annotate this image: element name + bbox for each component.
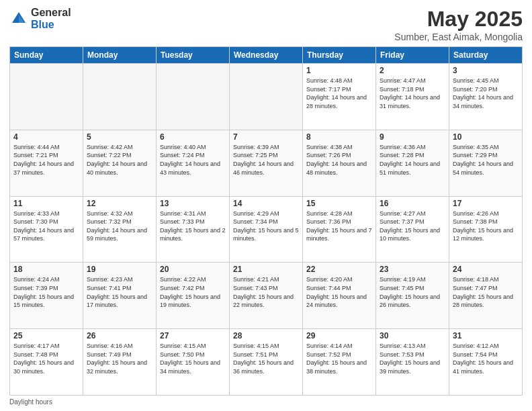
col-header-friday: Friday (376, 47, 449, 64)
week-row-4: 25Sunrise: 4:17 AMSunset: 7:48 PMDayligh… (10, 329, 523, 396)
col-header-monday: Monday (83, 47, 157, 64)
week-row-1: 4Sunrise: 4:44 AMSunset: 7:21 PMDaylight… (10, 130, 523, 196)
day-number: 19 (87, 265, 152, 274)
day-number: 17 (453, 199, 519, 208)
day-info: Sunrise: 4:24 AMSunset: 7:39 PMDaylight:… (13, 275, 79, 309)
day-info: Sunrise: 4:17 AMSunset: 7:48 PMDaylight:… (13, 342, 79, 375)
day-info: Sunrise: 4:45 AMSunset: 7:20 PMDaylight:… (453, 77, 519, 110)
day-number: 13 (160, 199, 226, 208)
week-row-0: 1Sunrise: 4:48 AMSunset: 7:17 PMDaylight… (10, 64, 523, 130)
calendar-cell-4-6: 31Sunrise: 4:12 AMSunset: 7:54 PMDayligh… (449, 329, 523, 396)
calendar-cell-4-5: 30Sunrise: 4:13 AMSunset: 7:53 PMDayligh… (376, 329, 449, 396)
col-header-saturday: Saturday (449, 47, 523, 64)
calendar-cell-0-3 (230, 64, 303, 130)
calendar-cell-2-4: 15Sunrise: 4:28 AMSunset: 7:36 PMDayligh… (303, 196, 376, 263)
day-info: Sunrise: 4:40 AMSunset: 7:24 PMDaylight:… (160, 143, 226, 177)
day-number: 27 (160, 331, 226, 340)
logo: General Blue (9, 7, 71, 30)
day-number: 18 (13, 265, 79, 274)
calendar-cell-4-0: 25Sunrise: 4:17 AMSunset: 7:48 PMDayligh… (10, 329, 83, 396)
day-number: 16 (380, 199, 445, 208)
day-info: Sunrise: 4:13 AMSunset: 7:53 PMDaylight:… (380, 342, 445, 375)
calendar-body: 1Sunrise: 4:48 AMSunset: 7:17 PMDaylight… (10, 64, 523, 396)
calendar-cell-0-0 (10, 64, 83, 130)
header: General Blue May 2025 Sumber, East Aimak… (9, 7, 523, 42)
day-info: Sunrise: 4:18 AMSunset: 7:47 PMDaylight:… (453, 275, 519, 309)
calendar-cell-3-2: 20Sunrise: 4:22 AMSunset: 7:42 PMDayligh… (157, 263, 230, 329)
day-number: 5 (87, 132, 152, 142)
day-number: 7 (233, 132, 299, 142)
day-info: Sunrise: 4:15 AMSunset: 7:50 PMDaylight:… (160, 342, 226, 375)
day-info: Sunrise: 4:42 AMSunset: 7:22 PMDaylight:… (87, 143, 152, 177)
logo-blue-text: Blue (31, 19, 71, 31)
calendar-header: SundayMondayTuesdayWednesdayThursdayFrid… (10, 47, 523, 64)
day-number: 20 (160, 265, 226, 274)
day-number: 28 (233, 331, 299, 340)
day-number: 14 (233, 199, 299, 208)
day-number: 6 (160, 132, 226, 142)
calendar-cell-1-3: 7Sunrise: 4:39 AMSunset: 7:25 PMDaylight… (230, 130, 303, 196)
footer-text: Daylight hours (9, 398, 52, 406)
day-info: Sunrise: 4:23 AMSunset: 7:41 PMDaylight:… (87, 275, 152, 309)
location: Sumber, East Aimak, Mongolia (394, 32, 523, 42)
calendar-cell-2-6: 17Sunrise: 4:26 AMSunset: 7:38 PMDayligh… (449, 196, 523, 263)
calendar-cell-1-2: 6Sunrise: 4:40 AMSunset: 7:24 PMDaylight… (157, 130, 230, 196)
logo-text: General Blue (31, 7, 71, 30)
day-info: Sunrise: 4:15 AMSunset: 7:51 PMDaylight:… (233, 342, 299, 375)
day-info: Sunrise: 4:22 AMSunset: 7:42 PMDaylight:… (160, 275, 226, 309)
day-info: Sunrise: 4:33 AMSunset: 7:30 PMDaylight:… (13, 210, 79, 243)
day-info: Sunrise: 4:35 AMSunset: 7:29 PMDaylight:… (453, 143, 519, 177)
col-header-thursday: Thursday (303, 47, 376, 64)
calendar-cell-3-6: 24Sunrise: 4:18 AMSunset: 7:47 PMDayligh… (449, 263, 523, 329)
day-number: 31 (453, 331, 519, 340)
day-number: 21 (233, 265, 299, 274)
col-header-tuesday: Tuesday (157, 47, 230, 64)
calendar-cell-1-4: 8Sunrise: 4:38 AMSunset: 7:26 PMDaylight… (303, 130, 376, 196)
calendar-cell-4-3: 28Sunrise: 4:15 AMSunset: 7:51 PMDayligh… (230, 329, 303, 396)
day-number: 26 (87, 331, 152, 340)
calendar-cell-0-2 (157, 64, 230, 130)
day-info: Sunrise: 4:31 AMSunset: 7:33 PMDaylight:… (160, 210, 226, 243)
calendar-cell-3-5: 23Sunrise: 4:19 AMSunset: 7:45 PMDayligh… (376, 263, 449, 329)
day-info: Sunrise: 4:48 AMSunset: 7:17 PMDaylight:… (306, 77, 372, 110)
day-number: 24 (453, 265, 519, 274)
day-info: Sunrise: 4:14 AMSunset: 7:52 PMDaylight:… (306, 342, 372, 375)
col-header-wednesday: Wednesday (230, 47, 303, 64)
calendar-cell-0-5: 2Sunrise: 4:47 AMSunset: 7:18 PMDaylight… (376, 64, 449, 130)
day-info: Sunrise: 4:26 AMSunset: 7:38 PMDaylight:… (453, 210, 519, 243)
calendar-cell-4-1: 26Sunrise: 4:16 AMSunset: 7:49 PMDayligh… (83, 329, 157, 396)
logo-general-text: General (31, 7, 71, 19)
calendar-cell-1-0: 4Sunrise: 4:44 AMSunset: 7:21 PMDaylight… (10, 130, 83, 196)
week-row-2: 11Sunrise: 4:33 AMSunset: 7:30 PMDayligh… (10, 196, 523, 263)
calendar-cell-3-3: 21Sunrise: 4:21 AMSunset: 7:43 PMDayligh… (230, 263, 303, 329)
day-number: 1 (306, 66, 372, 75)
calendar-cell-2-5: 16Sunrise: 4:27 AMSunset: 7:37 PMDayligh… (376, 196, 449, 263)
calendar-cell-2-2: 13Sunrise: 4:31 AMSunset: 7:33 PMDayligh… (157, 196, 230, 263)
calendar-cell-4-2: 27Sunrise: 4:15 AMSunset: 7:50 PMDayligh… (157, 329, 230, 396)
day-number: 9 (380, 132, 445, 142)
day-number: 4 (13, 132, 79, 142)
day-info: Sunrise: 4:27 AMSunset: 7:37 PMDaylight:… (380, 210, 445, 243)
day-info: Sunrise: 4:20 AMSunset: 7:44 PMDaylight:… (306, 275, 372, 309)
day-number: 3 (453, 66, 519, 75)
calendar-cell-4-4: 29Sunrise: 4:14 AMSunset: 7:52 PMDayligh… (303, 329, 376, 396)
week-row-3: 18Sunrise: 4:24 AMSunset: 7:39 PMDayligh… (10, 263, 523, 329)
calendar-cell-0-1 (83, 64, 157, 130)
calendar-cell-2-1: 12Sunrise: 4:32 AMSunset: 7:32 PMDayligh… (83, 196, 157, 263)
day-info: Sunrise: 4:16 AMSunset: 7:49 PMDaylight:… (87, 342, 152, 375)
day-info: Sunrise: 4:28 AMSunset: 7:36 PMDaylight:… (306, 210, 372, 243)
footer: Daylight hours (9, 398, 523, 406)
day-info: Sunrise: 4:21 AMSunset: 7:43 PMDaylight:… (233, 275, 299, 309)
header-row: SundayMondayTuesdayWednesdayThursdayFrid… (10, 47, 523, 64)
day-number: 10 (453, 132, 519, 142)
day-info: Sunrise: 4:32 AMSunset: 7:32 PMDaylight:… (87, 210, 152, 243)
day-number: 30 (380, 331, 445, 340)
day-number: 8 (306, 132, 372, 142)
day-info: Sunrise: 4:44 AMSunset: 7:21 PMDaylight:… (13, 143, 79, 177)
calendar-cell-3-1: 19Sunrise: 4:23 AMSunset: 7:41 PMDayligh… (83, 263, 157, 329)
day-number: 22 (306, 265, 372, 274)
calendar-cell-0-6: 3Sunrise: 4:45 AMSunset: 7:20 PMDaylight… (449, 64, 523, 130)
day-number: 15 (306, 199, 372, 208)
day-number: 23 (380, 265, 445, 274)
day-number: 12 (87, 199, 152, 208)
